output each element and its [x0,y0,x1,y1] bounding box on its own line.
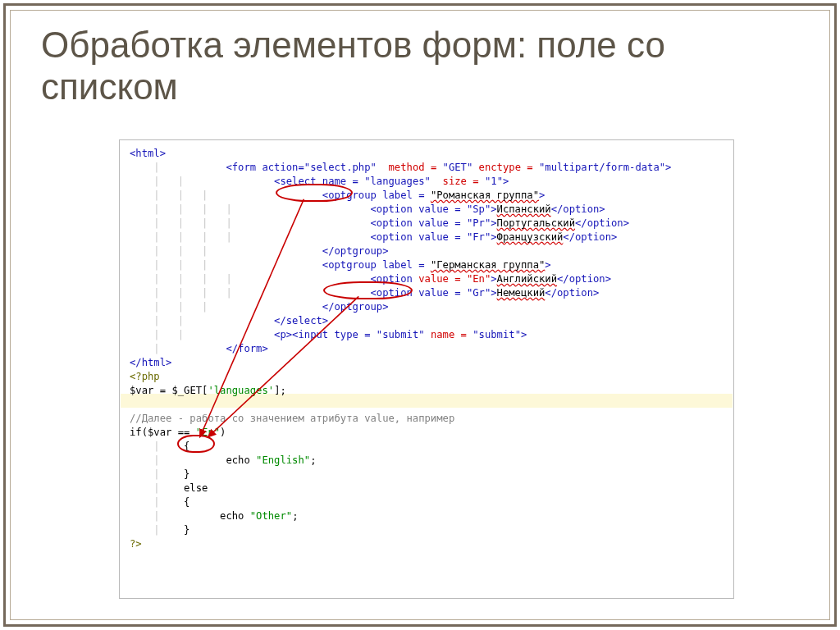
code-content: <html> | <form action="select.php" metho… [130,147,724,551]
slide: Обработка элементов форм: поле со списко… [0,0,840,630]
code-screenshot: <html> | <form action="select.php" metho… [119,139,734,599]
slide-title: Обработка элементов форм: поле со списко… [41,25,807,107]
